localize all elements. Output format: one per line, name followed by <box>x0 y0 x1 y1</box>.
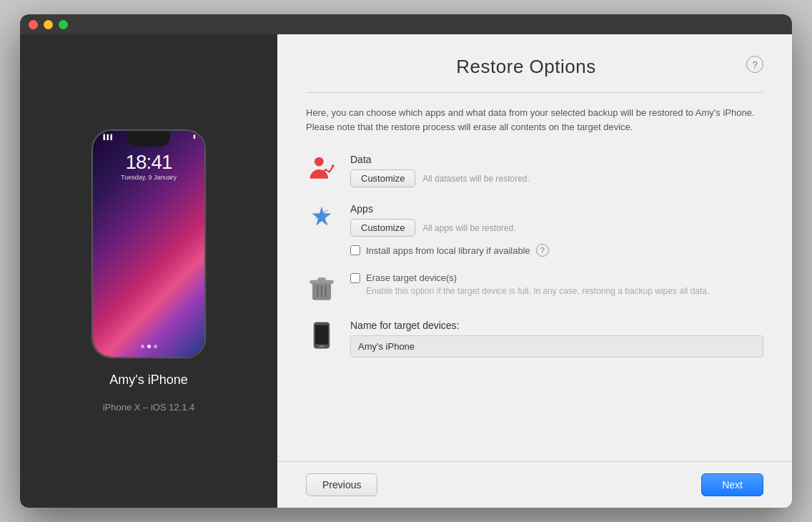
title-bar <box>20 14 792 34</box>
data-icon <box>306 154 337 185</box>
data-option-content: Data Customize All datasets will be rest… <box>350 154 763 187</box>
apps-option-row: Apps Customize All apps will be restored… <box>306 203 763 257</box>
phone-frame: ▐▐▐ ▮ 18:41 Tuesday, 9 January <box>91 129 206 358</box>
name-option-row: Name for target devices: <box>306 320 763 358</box>
apps-controls: Customize All apps will be restored. <box>350 219 763 237</box>
apps-label: Apps <box>350 203 763 215</box>
erase-label[interactable]: Erase target device(s) <box>366 272 457 283</box>
description-text: Here, you can choose which apps and what… <box>277 93 792 147</box>
device-info: iPhone X – iOS 12.1.4 <box>103 402 195 413</box>
close-button[interactable] <box>29 20 38 29</box>
svg-rect-5 <box>318 277 326 281</box>
previous-button[interactable]: Previous <box>306 473 377 496</box>
data-label: Data <box>350 154 763 165</box>
apps-icon <box>306 203 337 235</box>
install-local-help-button[interactable]: ? <box>536 244 549 257</box>
data-customize-button[interactable]: Customize <box>350 169 415 187</box>
install-local-checkbox[interactable] <box>350 245 360 255</box>
name-label: Name for target devices: <box>350 320 763 331</box>
left-panel: ▐▐▐ ▮ 18:41 Tuesday, 9 January Amy's iPh… <box>20 34 277 508</box>
svg-point-0 <box>315 157 324 167</box>
erase-device-checkbox[interactable] <box>350 273 360 283</box>
traffic-lights <box>29 20 68 29</box>
content-area: ▐▐▐ ▮ 18:41 Tuesday, 9 January Amy's iPh… <box>20 34 792 508</box>
phone-status-bar: ▐▐▐ ▮ <box>102 134 196 139</box>
phone-container: ▐▐▐ ▮ 18:41 Tuesday, 9 January Amy's iPh… <box>91 129 206 413</box>
svg-rect-10 <box>315 325 328 344</box>
dot-3 <box>154 345 157 348</box>
page-title: Restore Options <box>306 56 746 78</box>
apps-customize-button[interactable]: Customize <box>350 219 415 237</box>
device-name: Amy's iPhone <box>109 373 188 388</box>
dot-1 <box>141 345 144 348</box>
device-name-input[interactable] <box>350 335 763 358</box>
phone-small-icon <box>306 320 337 351</box>
name-input-section: Name for target devices: <box>350 320 763 358</box>
apps-option-content: Apps Customize All apps will be restored… <box>350 203 763 257</box>
trash-icon <box>306 272 337 304</box>
phone-date: Tuesday, 9 January <box>93 174 204 181</box>
erase-description: Enable this option if the target device … <box>366 286 763 296</box>
erase-section: Erase target device(s) Enable this optio… <box>350 272 763 296</box>
next-button[interactable]: Next <box>701 473 763 496</box>
maximize-button[interactable] <box>59 20 68 29</box>
dot-2 <box>147 345 151 348</box>
right-header: Restore Options ? <box>277 34 792 92</box>
data-option-row: Data Customize All datasets will be rest… <box>306 154 763 187</box>
apps-status-text: All apps will be restored. <box>422 223 515 233</box>
signal-icon: ▐▐▐ <box>102 134 112 139</box>
phone-time: 18:41 <box>93 151 204 174</box>
minimize-button[interactable] <box>44 20 53 29</box>
right-panel: Restore Options ? Here, you can choose w… <box>277 34 792 508</box>
erase-option-row: Erase target device(s) Enable this optio… <box>306 272 763 304</box>
install-local-row: Install apps from local library if avail… <box>350 244 763 257</box>
main-window: ▐▐▐ ▮ 18:41 Tuesday, 9 January Amy's iPh… <box>20 14 792 508</box>
help-button[interactable]: ? <box>746 56 763 73</box>
name-option-content: Name for target devices: <box>350 320 763 358</box>
data-status-text: All datasets will be restored. <box>422 174 529 184</box>
erase-checkbox-row: Erase target device(s) <box>350 272 763 283</box>
install-local-label[interactable]: Install apps from local library if avail… <box>366 245 530 256</box>
svg-rect-11 <box>319 346 324 348</box>
phone-dots <box>93 345 204 348</box>
footer: Previous Next <box>277 461 792 508</box>
erase-option-content: Erase target device(s) Enable this optio… <box>350 272 763 296</box>
options-area: Data Customize All datasets will be rest… <box>277 147 792 461</box>
battery-icon: ▮ <box>193 134 196 139</box>
data-controls: Customize All datasets will be restored. <box>350 169 763 187</box>
